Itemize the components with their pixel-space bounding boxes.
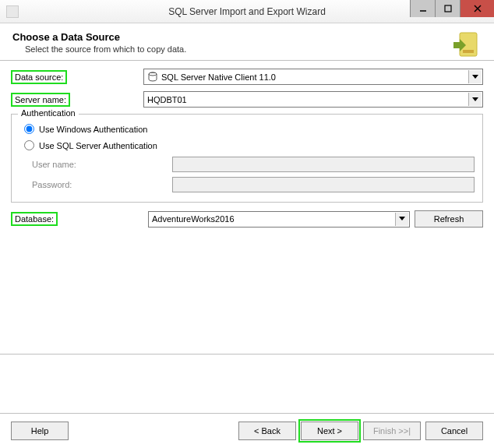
maximize-button[interactable]: [435, 0, 460, 17]
server-name-label: Server name:: [11, 93, 70, 107]
page-title: Choose a Data Source: [12, 31, 186, 43]
svg-rect-5: [463, 50, 474, 53]
footer-divider: [0, 354, 494, 355]
data-source-combo[interactable]: SQL Server Native Client 11.0: [143, 69, 483, 85]
next-button[interactable]: Next >: [301, 422, 358, 440]
database-icon: [147, 72, 158, 83]
sql-auth-radio[interactable]: Use SQL Server Authentication: [24, 140, 475, 150]
password-label: Password:: [32, 180, 172, 189]
username-label: User name:: [32, 160, 172, 169]
wizard-header: Choose a Data Source Select the source f…: [0, 23, 494, 60]
dropdown-arrow-icon[interactable]: [468, 70, 482, 83]
data-source-value: SQL Server Native Client 11.0: [161, 72, 276, 82]
svg-rect-1: [445, 5, 451, 12]
wizard-graphic-icon: [449, 26, 488, 64]
title-bar: SQL Server Import and Export Wizard: [0, 0, 494, 23]
server-name-input[interactable]: [143, 91, 483, 108]
cancel-button[interactable]: Cancel: [425, 422, 483, 440]
authentication-group: Authentication Use Windows Authenticatio…: [11, 114, 483, 203]
windows-auth-radio[interactable]: Use Windows Authentication: [24, 124, 475, 134]
windows-auth-radio-input[interactable]: [24, 124, 34, 134]
page-subtitle: Select the source from which to copy dat…: [25, 44, 186, 54]
dropdown-arrow-icon[interactable]: [468, 93, 482, 106]
sql-auth-radio-input[interactable]: [24, 140, 34, 150]
data-source-label: Data source:: [11, 70, 67, 84]
server-name-field[interactable]: [147, 92, 479, 107]
help-button[interactable]: Help: [11, 422, 69, 440]
database-label: Database:: [11, 212, 58, 226]
dropdown-arrow-icon[interactable]: [395, 213, 408, 226]
finish-button: Finish >>|: [363, 422, 421, 440]
app-icon: [6, 5, 19, 18]
refresh-button[interactable]: Refresh: [415, 210, 483, 228]
database-value: AdventureWorks2016: [152, 214, 235, 224]
close-button[interactable]: [460, 0, 494, 17]
password-input: [172, 177, 475, 192]
authentication-legend: Authentication: [18, 108, 79, 118]
username-input: [172, 157, 475, 172]
minimize-button[interactable]: [410, 0, 435, 17]
form-content: Data source: SQL Server Native Client 11…: [0, 61, 494, 354]
back-button[interactable]: < Back: [238, 422, 296, 440]
window-controls: [410, 0, 494, 23]
wizard-footer: Help < Back Next > Finish >>| Cancel: [0, 413, 494, 448]
database-select[interactable]: AdventureWorks2016: [148, 211, 410, 228]
